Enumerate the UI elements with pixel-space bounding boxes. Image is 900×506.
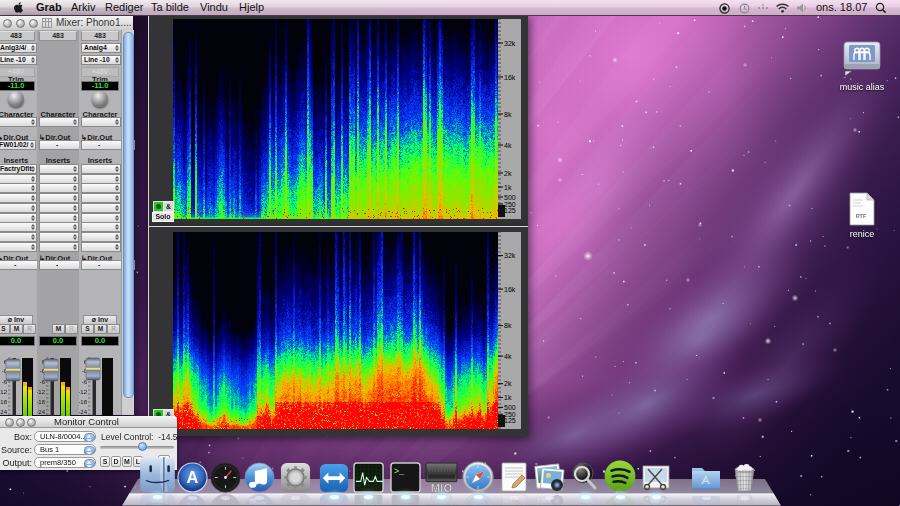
svg-text:125: 125 [504,207,516,214]
svg-text:32k: 32k [504,40,516,47]
svg-text:RTF: RTF [856,213,867,219]
svg-text:-18: -18 [0,399,8,405]
svg-text:-12: -12 [37,389,46,395]
svg-text:1k: 1k [504,184,512,191]
svg-text:1k: 1k [504,394,512,401]
svg-text:8k: 8k [504,322,512,329]
svg-text:125: 125 [504,417,516,424]
svg-text:32k: 32k [504,252,516,259]
svg-text:-24: -24 [79,409,88,415]
svg-text:16k: 16k [504,74,516,81]
svg-text:-24: -24 [37,409,46,415]
svg-text:2k: 2k [504,380,512,387]
svg-text:-12: -12 [79,389,88,395]
svg-text:-18: -18 [79,399,88,405]
svg-text:4k: 4k [504,353,512,360]
svg-text:-12: -12 [0,389,8,395]
svg-text:2k: 2k [504,170,512,177]
svg-text:16k: 16k [504,286,516,293]
svg-text:-18: -18 [37,399,46,405]
svg-text:500: 500 [504,194,516,201]
svg-text:8k: 8k [504,111,512,118]
svg-text:-24: -24 [0,409,8,415]
svg-text:4k: 4k [504,142,512,149]
